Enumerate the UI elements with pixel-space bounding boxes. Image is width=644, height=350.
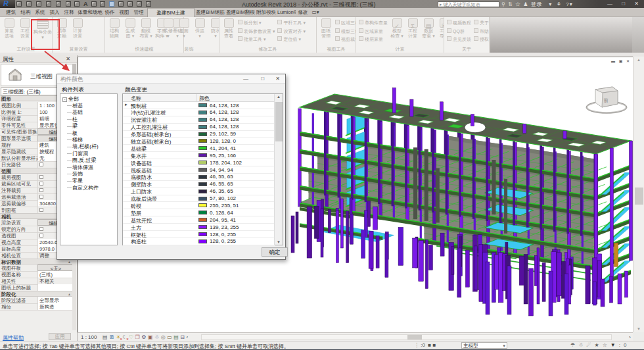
svg-text:前: 前 bbox=[604, 98, 609, 103]
